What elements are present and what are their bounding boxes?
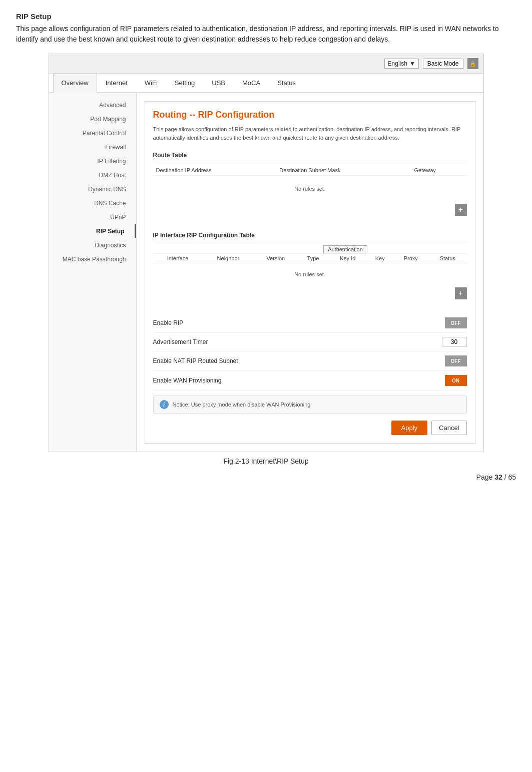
main-layout: Advanced Port Mapping Parental Control F… bbox=[49, 93, 483, 452]
rip-add-btn-row: + bbox=[153, 285, 467, 303]
content-area: Routing -- RIP Configuration This page a… bbox=[137, 93, 483, 452]
wan-prov-toggle[interactable]: ON bbox=[445, 375, 467, 386]
route-table: Destination IP Address Destination Subne… bbox=[153, 165, 467, 202]
route-no-rules: No rules set. bbox=[153, 176, 467, 202]
col-interface: Interface bbox=[153, 254, 203, 263]
advert-timer-label: Advertisement Timer bbox=[153, 338, 442, 345]
col-type: Type bbox=[297, 254, 328, 263]
screenshot-container: English ▼ Basic Mode 🔒 Overview Internet… bbox=[49, 54, 484, 452]
rip-add-button[interactable]: + bbox=[455, 287, 467, 299]
info-icon: i bbox=[160, 400, 169, 409]
sidebar-item-rip-setup[interactable]: RIP Setup bbox=[49, 224, 136, 238]
sidebar: Advanced Port Mapping Parental Control F… bbox=[49, 93, 137, 452]
language-selector[interactable]: English ▼ bbox=[384, 59, 419, 69]
rip-config-label: IP Interface RIP Configuration Table bbox=[153, 230, 467, 241]
rip-no-rules: No rules set. bbox=[153, 263, 467, 286]
notice-box: i Notice: Use proxy mode when disable WA… bbox=[153, 396, 467, 414]
language-label: English bbox=[388, 60, 407, 67]
nav-item-usb[interactable]: USB bbox=[203, 74, 234, 92]
content-inner: Routing -- RIP Configuration This page a… bbox=[145, 101, 475, 444]
sidebar-item-parental-control[interactable]: Parental Control bbox=[49, 126, 136, 140]
advert-timer-input[interactable] bbox=[442, 337, 467, 347]
sidebar-item-dns-cache[interactable]: DNS Cache bbox=[49, 196, 136, 210]
col-neighbor: Neighbor bbox=[203, 254, 254, 263]
nav-item-wifi[interactable]: WiFi bbox=[136, 74, 166, 92]
page-footer: Page 32 / 65 bbox=[16, 473, 516, 481]
col-version: Version bbox=[254, 254, 297, 263]
col-dest-ip: Destination IP Address bbox=[153, 165, 277, 176]
wan-prov-label: Enable WAN Provisioning bbox=[153, 377, 445, 384]
dropdown-arrow-icon: ▼ bbox=[409, 60, 415, 67]
nav-item-overview[interactable]: Overview bbox=[53, 74, 97, 93]
nav-item-status[interactable]: Status bbox=[269, 74, 304, 92]
route-table-section: Route Table Destination IP Address Desti… bbox=[153, 150, 467, 220]
enable-rip-row: Enable RIP OFF bbox=[153, 313, 467, 333]
section-description: This page allows configuration of RIP pa… bbox=[153, 125, 467, 142]
nav-item-moca[interactable]: MoCA bbox=[234, 74, 269, 92]
enable-rip-label: Enable RIP bbox=[153, 319, 445, 326]
sidebar-item-port-mapping[interactable]: Port Mapping bbox=[49, 112, 136, 126]
sidebar-item-diagnostics[interactable]: Diagnostics bbox=[49, 238, 136, 252]
sidebar-item-upnp[interactable]: UPnP bbox=[49, 210, 136, 224]
wan-prov-row: Enable WAN Provisioning ON bbox=[153, 371, 467, 391]
auth-header-label: Authentication bbox=[323, 245, 367, 253]
rip-config-table: Authentication Interface Neighbor Versio… bbox=[153, 245, 467, 285]
nat-rip-row: Enable NAT RIP Routed Subnet OFF bbox=[153, 351, 467, 371]
nav-item-internet[interactable]: Internet bbox=[97, 74, 136, 92]
nat-rip-toggle[interactable]: OFF bbox=[445, 355, 467, 366]
sidebar-item-mac-passthrough[interactable]: MAC base Passthrough bbox=[49, 252, 136, 266]
nav-bar: Overview Internet WiFi Setting USB MoCA … bbox=[49, 74, 483, 93]
col-key-id: Key Id bbox=[329, 254, 367, 263]
advert-timer-row: Advertisement Timer bbox=[153, 333, 467, 351]
col-key: Key bbox=[367, 254, 393, 263]
sidebar-item-firewall[interactable]: Firewall bbox=[49, 140, 136, 154]
route-table-label: Route Table bbox=[153, 150, 467, 161]
page-description: This page allows configuration of RIP pa… bbox=[16, 24, 516, 45]
section-title: Routing -- RIP Configuration bbox=[153, 110, 467, 120]
nav-item-setting[interactable]: Setting bbox=[166, 74, 203, 92]
notice-text: Notice: Use proxy mode when disable WAN … bbox=[173, 402, 311, 408]
page-title: RIP Setup bbox=[16, 12, 516, 21]
sidebar-item-ip-filtering[interactable]: IP Filtering bbox=[49, 154, 136, 168]
lock-icon-button[interactable]: 🔒 bbox=[467, 58, 478, 69]
apply-button[interactable]: Apply bbox=[391, 421, 428, 435]
rip-spacer-header2 bbox=[393, 245, 467, 254]
sidebar-item-advanced[interactable]: Advanced bbox=[49, 98, 136, 112]
col-gateway: Geteway bbox=[411, 165, 466, 176]
cancel-button[interactable]: Cancel bbox=[431, 421, 466, 435]
col-dest-mask: Destination Subnet Mask bbox=[276, 165, 411, 176]
nat-rip-label: Enable NAT RIP Routed Subnet bbox=[153, 357, 445, 364]
rip-config-section: IP Interface RIP Configuration Table Aut… bbox=[153, 230, 467, 303]
rip-spacer-header bbox=[153, 245, 298, 254]
route-add-button[interactable]: + bbox=[455, 204, 467, 216]
sidebar-item-dmz-host[interactable]: DMZ Host bbox=[49, 168, 136, 182]
fig-caption: Fig.2-13 Internet\RIP Setup bbox=[16, 457, 516, 465]
route-add-btn-row: + bbox=[153, 202, 467, 220]
lock-icon: 🔒 bbox=[469, 61, 476, 67]
sidebar-item-dynamic-dns[interactable]: Dynamic DNS bbox=[49, 182, 136, 196]
basic-mode-button[interactable]: Basic Mode bbox=[423, 59, 463, 69]
auth-group-header: Authentication bbox=[297, 245, 393, 254]
top-bar: English ▼ Basic Mode 🔒 bbox=[49, 54, 483, 74]
col-status: Status bbox=[428, 254, 466, 263]
enable-rip-toggle[interactable]: OFF bbox=[445, 317, 467, 328]
action-row: Apply Cancel bbox=[153, 421, 467, 435]
col-proxy: Proxy bbox=[393, 254, 428, 263]
